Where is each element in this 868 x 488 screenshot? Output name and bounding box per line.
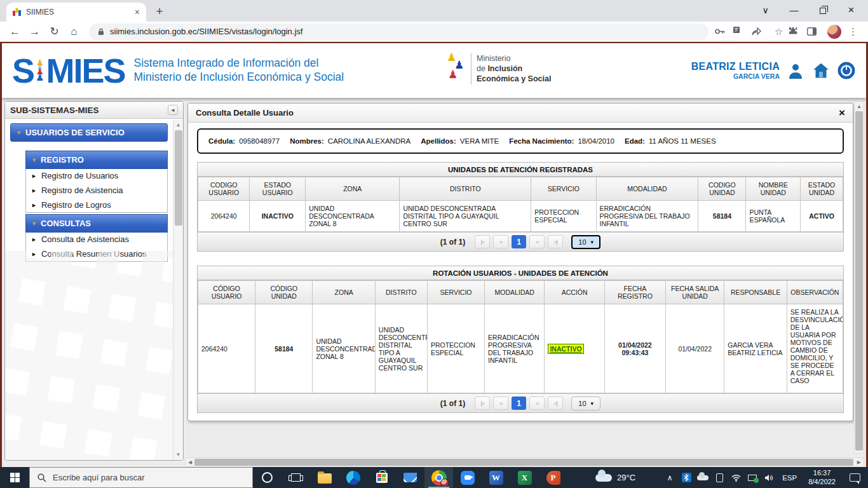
profile-avatar[interactable] xyxy=(827,25,841,39)
chevron-down-icon: ▾ xyxy=(591,239,594,245)
col-header: ESTADO USUARIO xyxy=(250,177,306,201)
sidebar-item-usuarios-de-servicio[interactable]: ▾ USUARIOS DE SERVICIO xyxy=(10,123,168,142)
task-view-button[interactable] xyxy=(281,467,310,488)
your-phone-icon[interactable] xyxy=(711,473,728,482)
paginator-prev-icon[interactable]: « xyxy=(493,396,508,410)
paginator-prev-icon[interactable]: « xyxy=(493,235,508,248)
share-icon[interactable] xyxy=(752,27,769,36)
browser-menu-icon[interactable]: ⋮ xyxy=(844,26,862,37)
scroll-up-icon[interactable]: ▲ xyxy=(857,102,862,111)
paginator-first-icon[interactable]: |« xyxy=(475,396,490,410)
lock-icon xyxy=(98,28,104,36)
rows-per-page-select[interactable]: 10 ▾ xyxy=(571,396,600,410)
password-key-icon[interactable] xyxy=(715,29,732,34)
col-header: MODALIDAD xyxy=(485,281,545,304)
sidebar-scrollbar[interactable]: ▲ ▼ xyxy=(173,119,183,460)
rows-per-page-select[interactable]: 10 ▾ xyxy=(571,235,600,249)
translate-icon[interactable] xyxy=(733,27,750,36)
horizontal-scrollbar[interactable]: ◀ ▶ xyxy=(185,458,864,467)
panel-close-icon[interactable]: × xyxy=(839,107,845,119)
sidebar-item-registro-asistencia[interactable]: ► Registro de Asistencia xyxy=(26,183,167,198)
security-monitor-icon[interactable] xyxy=(744,475,761,481)
paginator-last-icon[interactable]: »| xyxy=(548,396,563,410)
clock[interactable]: 16:37 8/4/2022 xyxy=(802,469,842,487)
wifi-icon[interactable] xyxy=(728,474,744,482)
sidebar-item-registro-logros[interactable]: ► Registro de Logros xyxy=(26,198,167,212)
table2-caption: ROTACIÓN USUARIOS - UNIDADES DE ATENCIÓN xyxy=(198,266,843,280)
extensions-puzzle-icon[interactable] xyxy=(789,27,806,36)
back-icon[interactable]: ← xyxy=(6,25,24,38)
powerpoint-button[interactable]: P xyxy=(539,467,567,488)
tray-chevron-icon[interactable]: ∧ xyxy=(661,473,678,482)
paginator-next-icon[interactable]: » xyxy=(529,235,545,248)
sidebar-title: SUB-SISTEMAS-MIES xyxy=(10,105,99,115)
side-panel-icon[interactable] xyxy=(807,27,824,36)
scrollbar-thumb[interactable] xyxy=(855,111,863,451)
logout-power-icon[interactable] xyxy=(837,61,856,80)
minimize-button[interactable]: — xyxy=(780,5,808,15)
onedrive-icon[interactable] xyxy=(695,475,711,480)
sidebar-group-header-registro[interactable]: ▾ REGISTRO xyxy=(25,151,168,169)
cell-servicio: PROTECCION ESPECIAL xyxy=(531,201,596,232)
logo-letters-mies: MIES xyxy=(46,55,125,86)
vertical-scrollbar[interactable]: ▲ xyxy=(854,101,864,454)
taskbar-search-input[interactable]: Escribe aquí para buscar xyxy=(29,467,253,488)
action-center-icon[interactable] xyxy=(850,473,860,482)
edge-button[interactable] xyxy=(339,467,367,488)
scroll-right-icon[interactable]: ▶ xyxy=(855,459,864,465)
bookmark-star-icon[interactable]: ☆ xyxy=(770,26,787,37)
tab-search-icon[interactable]: ∨ xyxy=(751,5,780,15)
sidebar-collapse-button[interactable]: ◂ xyxy=(168,105,178,115)
scrollbar-thumb[interactable] xyxy=(194,459,853,466)
tab-close-icon[interactable]: × xyxy=(135,7,140,17)
word-button[interactable]: W xyxy=(482,467,510,488)
language-indicator[interactable]: ESP xyxy=(777,474,802,482)
bluetooth-icon[interactable] xyxy=(678,473,695,482)
zoom-camera-icon xyxy=(461,471,475,485)
cortana-button[interactable] xyxy=(253,467,281,488)
paginator-last-icon[interactable]: »| xyxy=(548,235,563,248)
zoom-button[interactable] xyxy=(453,467,482,488)
scroll-down-icon[interactable]: ▼ xyxy=(176,449,181,460)
sidebar-item-registro-usuarios[interactable]: ► Registro de Usuarios xyxy=(26,168,167,183)
sidebar-group-header-consultas[interactable]: ▾ CONSULTAS xyxy=(25,214,168,233)
panel-title: Consulta Detalle Usuario xyxy=(196,108,294,118)
excel-button[interactable]: X xyxy=(510,467,539,488)
start-button[interactable] xyxy=(0,467,29,488)
sidebar-title-bar: SUB-SISTEMAS-MIES ◂ xyxy=(5,102,183,119)
url-bar[interactable]: siimies.inclusion.gob.ec/SIIMIES/vistas/… xyxy=(89,24,709,40)
scroll-left-icon[interactable]: ◀ xyxy=(186,459,194,465)
cedula-label: Cédula: xyxy=(208,137,235,145)
user-profile-icon[interactable] xyxy=(786,61,805,80)
table1-caption: UNIDADES DE ATENCIÓN REGISTRADAS xyxy=(198,163,843,177)
speaker-icon[interactable] xyxy=(761,474,777,482)
sidebar-item-consulta-asistencias[interactable]: ► Consulta de Asistencias xyxy=(26,232,167,247)
browser-tab[interactable]: SIIMIES × xyxy=(6,3,146,22)
microsoft-store-button[interactable] xyxy=(367,467,396,488)
close-window-button[interactable]: × xyxy=(837,4,865,17)
forward-icon[interactable]: → xyxy=(26,25,43,38)
home-icon[interactable]: ⌂ xyxy=(65,25,83,38)
arrow-right-icon: ► xyxy=(31,173,37,179)
weather-widget[interactable]: 29°C xyxy=(587,467,644,488)
home-nav-icon[interactable] xyxy=(811,61,831,80)
cell-codigo-usuario: 2064240 xyxy=(198,304,255,393)
mail-button[interactable] xyxy=(396,467,424,488)
new-tab-button[interactable]: + xyxy=(150,3,169,20)
chrome-icon xyxy=(431,470,447,485)
paginator-page-1[interactable]: 1 xyxy=(512,235,526,248)
reload-icon[interactable]: ↻ xyxy=(46,25,63,38)
scroll-up-icon[interactable]: ▲ xyxy=(176,119,181,130)
col-header: ZONA xyxy=(306,177,400,201)
file-explorer-button[interactable] xyxy=(310,467,339,488)
paginator-next-icon[interactable]: » xyxy=(529,396,545,410)
caret-down-icon: ▾ xyxy=(32,156,36,163)
cloud-icon xyxy=(595,474,612,482)
chrome-button[interactable] xyxy=(424,467,453,488)
search-placeholder: Escribe aquí para buscar xyxy=(53,473,145,482)
paginator-first-icon[interactable]: |« xyxy=(475,235,490,248)
col-header: CÓDIGO USUARIO xyxy=(198,281,255,304)
paginator-page-1[interactable]: 1 xyxy=(512,396,526,410)
scrollbar-thumb[interactable] xyxy=(175,130,182,226)
restore-button[interactable] xyxy=(808,5,837,15)
